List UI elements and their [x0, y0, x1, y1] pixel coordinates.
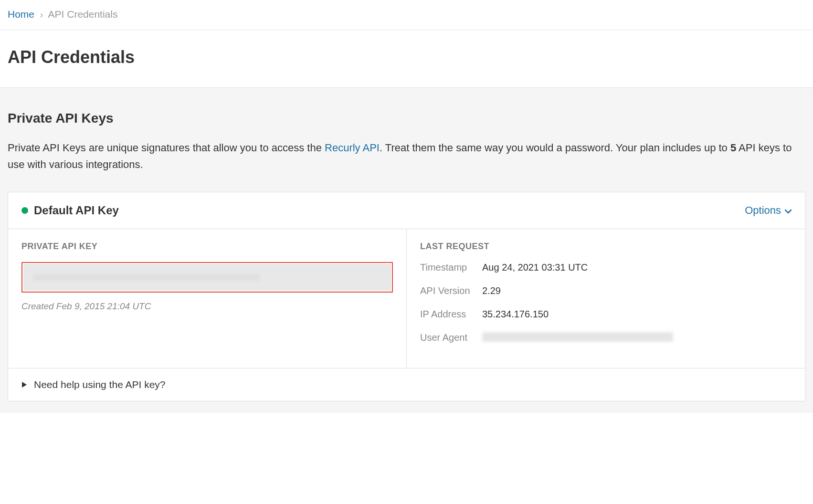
detail-row-user-agent: User Agent [420, 332, 792, 343]
ip-value: 35.234.176.150 [482, 309, 549, 320]
timestamp-value: Aug 24, 2021 03:31 UTC [482, 262, 588, 273]
last-request-label: LAST REQUEST [420, 242, 792, 252]
timestamp-label: Timestamp [420, 262, 482, 273]
page-title-section: API Credentials [0, 30, 813, 88]
key-highlight-box [21, 262, 393, 293]
user-agent-blurred [482, 332, 673, 342]
section-heading: Private API Keys [8, 111, 805, 126]
private-key-label: PRIVATE API KEY [21, 242, 393, 252]
private-key-column: PRIVATE API KEY Created Feb 9, 2015 21:0… [8, 229, 407, 368]
breadcrumb-separator-icon: › [40, 10, 43, 20]
api-key-card: Default API Key Options PRIVATE API KEY … [8, 192, 805, 401]
card-header-left: Default API Key [21, 204, 119, 217]
last-request-column: LAST REQUEST Timestamp Aug 24, 2021 03:3… [407, 229, 805, 368]
ip-label: IP Address [420, 309, 482, 320]
detail-row-timestamp: Timestamp Aug 24, 2021 03:31 UTC [420, 262, 792, 273]
breadcrumb-home-link[interactable]: Home [8, 9, 34, 20]
detail-row-ip: IP Address 35.234.176.150 [420, 309, 792, 320]
recurly-api-link[interactable]: Recurly API [325, 142, 380, 154]
desc-text-1: Private API Keys are unique signatures t… [8, 142, 325, 154]
card-body: PRIVATE API KEY Created Feb 9, 2015 21:0… [8, 229, 805, 368]
breadcrumb: Home › API Credentials [0, 0, 813, 30]
page-title: API Credentials [8, 47, 805, 67]
options-dropdown[interactable]: Options [745, 204, 792, 217]
section-description: Private API Keys are unique signatures t… [8, 139, 805, 173]
api-version-label: API Version [420, 285, 482, 296]
user-agent-label: User Agent [420, 332, 482, 343]
status-dot-icon [21, 207, 28, 214]
content-area: Private API Keys Private API Keys are un… [0, 88, 813, 413]
api-key-value-field[interactable] [23, 264, 391, 291]
desc-text-2: . Treat them the same way you would a pa… [380, 142, 730, 154]
detail-row-api-version: API Version 2.29 [420, 285, 792, 296]
help-expand-row[interactable]: Need help using the API key? [8, 368, 805, 401]
api-key-blurred [33, 274, 260, 281]
created-timestamp: Created Feb 9, 2015 21:04 UTC [21, 301, 393, 312]
help-text: Need help using the API key? [34, 379, 166, 390]
triangle-right-icon [21, 379, 27, 390]
desc-bold-count: 5 [730, 142, 736, 154]
chevron-down-icon [785, 204, 792, 217]
breadcrumb-current: API Credentials [48, 9, 118, 20]
api-version-value: 2.29 [482, 285, 501, 296]
options-label: Options [745, 204, 781, 217]
card-title: Default API Key [34, 204, 119, 217]
card-header: Default API Key Options [8, 192, 805, 229]
